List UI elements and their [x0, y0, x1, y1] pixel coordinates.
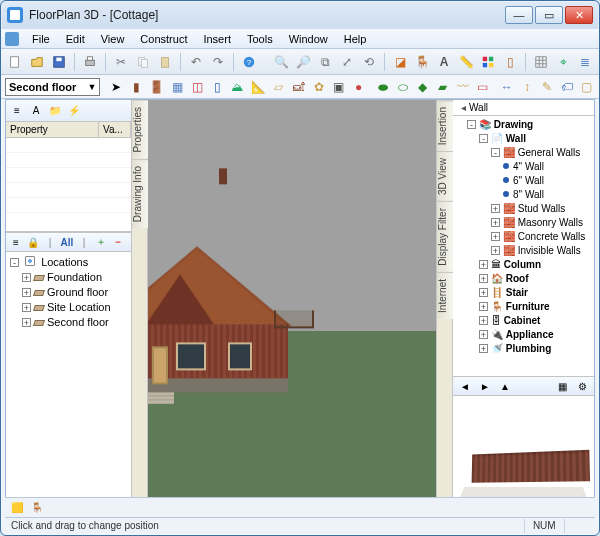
stair-tool[interactable]: 📐 [250, 77, 267, 97]
book-icon[interactable]: ▯ [500, 52, 520, 72]
menu-file[interactable]: File [25, 31, 57, 47]
3d-canvas[interactable] [148, 100, 436, 498]
paste-button[interactable] [155, 52, 175, 72]
menu-edit[interactable]: Edit [59, 31, 92, 47]
path-tool[interactable]: 〰 [455, 77, 471, 97]
lib-stud-walls[interactable]: +🧱 Stud Walls [491, 202, 592, 216]
symbol-tool[interactable]: ✿ [311, 77, 327, 97]
twisty-icon[interactable]: + [22, 303, 31, 312]
open-button[interactable] [27, 52, 47, 72]
tree-item-second[interactable]: +Second floor [22, 315, 129, 330]
layers-icon[interactable]: ≣ [575, 52, 595, 72]
tree-root[interactable]: - Locations +Foundation +Ground floor +S… [10, 255, 129, 330]
lib-up-icon[interactable]: ▲ [497, 378, 513, 394]
loc-remove-icon[interactable]: － [111, 235, 125, 249]
furniture-tool[interactable]: 🛋 [291, 77, 307, 97]
measure-icon[interactable]: 📏 [456, 52, 476, 72]
prop-rows[interactable] [6, 138, 131, 222]
label-icon[interactable]: 🏷 [559, 77, 575, 97]
slab-tool[interactable]: ▱ [271, 77, 287, 97]
lib-invisible-walls[interactable]: +🧱 Invisible Walls [491, 244, 592, 258]
dim-area-icon[interactable]: ▢ [579, 77, 595, 97]
tree-item-ground[interactable]: +Ground floor [22, 285, 129, 300]
lib-fwd-icon[interactable]: ► [477, 378, 493, 394]
lib-appliance[interactable]: +🔌 Appliance [479, 328, 592, 342]
lib-4-wall[interactable]: 4" Wall [503, 160, 592, 174]
lib-cabinet[interactable]: +🗄 Cabinet [479, 314, 592, 328]
terrain-4-icon[interactable]: ▰ [435, 77, 451, 97]
mdi-system-icon[interactable] [5, 32, 19, 46]
prop-cat-icon[interactable]: ≡ [9, 103, 25, 119]
camera-tool[interactable]: ▣ [331, 77, 347, 97]
lib-root[interactable]: -📚 Drawing -📄 Wall -🧱 General Walls 4" W… [467, 118, 592, 356]
menu-help[interactable]: Help [337, 31, 374, 47]
crumb-label[interactable]: Wall [469, 102, 488, 113]
twisty-icon[interactable]: + [22, 318, 31, 327]
terrain-3-icon[interactable]: ◆ [415, 77, 431, 97]
menu-window[interactable]: Window [282, 31, 335, 47]
cut-button[interactable]: ✂ [111, 52, 131, 72]
sidetab-properties[interactable]: Properties [132, 100, 148, 159]
chair-icon[interactable]: 🪑 [412, 52, 432, 72]
aux-icon-2[interactable]: 🪑 [29, 500, 45, 516]
lib-back-icon[interactable]: ◄ [457, 378, 473, 394]
print-button[interactable] [80, 52, 100, 72]
lib-masonry-walls[interactable]: +🧱 Masonry Walls [491, 216, 592, 230]
close-button[interactable]: ✕ [565, 6, 593, 24]
twisty-icon[interactable]: + [22, 273, 31, 282]
locations-tree[interactable]: - Locations +Foundation +Ground floor +S… [6, 252, 131, 516]
zoom-prev-icon[interactable]: ⟲ [359, 52, 379, 72]
menu-tools[interactable]: Tools [240, 31, 280, 47]
lib-view-icon[interactable]: ▦ [554, 378, 570, 394]
roof-tool[interactable]: ⛰ [229, 77, 245, 97]
zoom-out-icon[interactable]: 🔎 [293, 52, 313, 72]
twisty-icon[interactable]: - [10, 258, 19, 267]
lib-stair[interactable]: +🪜 Stair [479, 286, 592, 300]
window-tool[interactable]: ▦ [169, 77, 185, 97]
help-button[interactable]: ? [239, 52, 259, 72]
loc-list-icon[interactable]: ≡ [9, 235, 23, 249]
terrain-2-icon[interactable]: ⬭ [395, 77, 411, 97]
wall-tool[interactable]: ▮ [128, 77, 144, 97]
lib-roof[interactable]: +🏠 Roof [479, 272, 592, 286]
zoom-window-icon[interactable]: ⧉ [315, 52, 335, 72]
select-tool[interactable]: ➤ [108, 77, 124, 97]
lib-6-wall[interactable]: 6" Wall [503, 174, 592, 188]
lib-furniture[interactable]: +🪑 Furniture [479, 300, 592, 314]
sidetab-display-filter[interactable]: Display Filter [437, 201, 453, 272]
render-style-icon[interactable]: ◪ [390, 52, 410, 72]
region-tool[interactable]: ▭ [475, 77, 491, 97]
tree-item-foundation[interactable]: +Foundation [22, 270, 129, 285]
sidetab-insertion[interactable]: Insertion [437, 100, 453, 151]
prop-lightning-icon[interactable]: ⚡ [66, 103, 82, 119]
dim-2-icon[interactable]: ↕ [519, 77, 535, 97]
tree-item-site[interactable]: +Site Location [22, 300, 129, 315]
copy-button[interactable] [133, 52, 153, 72]
prop-sort-icon[interactable]: A [28, 103, 44, 119]
aux-icon-1[interactable]: 🟨 [9, 500, 25, 516]
light-tool[interactable]: ● [351, 77, 367, 97]
minimize-button[interactable]: ― [505, 6, 533, 24]
lib-general-walls[interactable]: -🧱 General Walls 4" Wall 6" Wall 8" Wall [491, 146, 592, 202]
save-button[interactable] [49, 52, 69, 72]
loc-lock-icon[interactable]: 🔒 [26, 235, 40, 249]
loc-add-icon[interactable]: ＋ [94, 235, 108, 249]
menu-construct[interactable]: Construct [133, 31, 194, 47]
menu-view[interactable]: View [94, 31, 132, 47]
redo-button[interactable]: ↷ [208, 52, 228, 72]
lib-column[interactable]: +🏛 Column [479, 258, 592, 272]
terrain-1-icon[interactable]: ⬬ [375, 77, 391, 97]
zoom-in-icon[interactable]: 🔍 [271, 52, 291, 72]
loc-all-label[interactable]: All [60, 235, 74, 249]
snap-icon[interactable]: ⌖ [553, 52, 573, 72]
lib-prefs-icon[interactable]: ⚙ [574, 378, 590, 394]
door-tool[interactable]: 🚪 [148, 77, 165, 97]
property-grid[interactable]: Property Va... [6, 122, 131, 232]
grid-icon[interactable] [531, 52, 551, 72]
lib-plumbing[interactable]: +🚿 Plumbing [479, 342, 592, 356]
twisty-icon[interactable]: + [22, 288, 31, 297]
library-tree[interactable]: -📚 Drawing -📄 Wall -🧱 General Walls 4" W… [453, 116, 594, 376]
lib-wall[interactable]: -📄 Wall -🧱 General Walls 4" Wall 6" Wall… [479, 132, 592, 258]
sidetab-internet[interactable]: Internet [437, 272, 453, 319]
prop-folder-icon[interactable]: 📁 [47, 103, 63, 119]
